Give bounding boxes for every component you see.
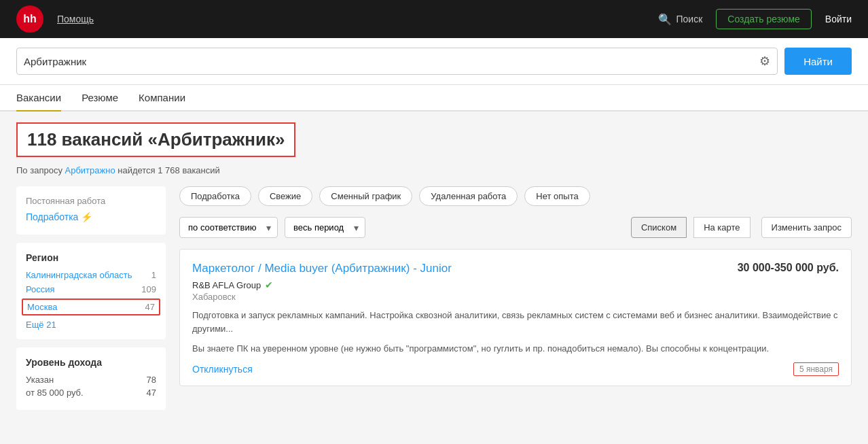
results-area: Подработка Свежие Сменный график Удаленн… — [179, 186, 852, 418]
job-location: Хабаровск — [192, 292, 839, 302]
suggestion-text: По запросу Арбитражно найдется 1 768 вак… — [16, 165, 852, 175]
region-item-kaliningrad[interactable]: Калининградская область 1 — [26, 270, 156, 280]
job-date: 5 января — [793, 362, 839, 376]
income-section: Уровень дохода Указан 78 от 85 000 руб. … — [16, 347, 166, 410]
change-query-button[interactable]: Изменить запрос — [761, 217, 852, 238]
view-map-button[interactable]: На карте — [693, 217, 750, 238]
period-select[interactable]: весь период за месяц за неделю за сутки — [285, 217, 365, 238]
filter-chips: Подработка Свежие Сменный график Удаленн… — [179, 186, 852, 206]
sidebar: Постоянная работа Подработка ⚡ Регион Ка… — [16, 186, 166, 418]
lightning-icon: ⚡ — [81, 211, 92, 222]
chip-fresh[interactable]: Свежие — [258, 186, 312, 206]
main-content: 118 вакансий «Арбитражник» По запросу Ар… — [0, 112, 868, 429]
region-item-russia[interactable]: Россия 109 — [26, 284, 156, 294]
view-list-button[interactable]: Списком — [631, 217, 687, 238]
work-type-section: Постоянная работа Подработка ⚡ — [16, 186, 166, 235]
header-search-button[interactable]: 🔍 Поиск — [658, 13, 702, 26]
sort-wrapper: по соответствию по дате по зарплате — [179, 217, 278, 238]
region-section: Регион Калининградская область 1 Россия … — [16, 243, 166, 339]
login-button[interactable]: Войти — [825, 14, 852, 24]
search-area: ⚙ Найти — [0, 38, 868, 85]
tabs-area: Вакансии Резюме Компании — [0, 85, 868, 112]
filter-icon[interactable]: ⚙ — [759, 54, 770, 69]
region-title: Регион — [26, 252, 156, 263]
content-layout: Постоянная работа Подработка ⚡ Регион Ка… — [16, 186, 852, 418]
tab-resumes[interactable]: Резюме — [82, 85, 118, 112]
create-resume-button[interactable]: Создать резюме — [716, 9, 812, 29]
region-more-link[interactable]: Ещё 21 — [26, 320, 156, 330]
chip-part-time[interactable]: Подработка — [179, 186, 251, 206]
income-row-indicated: Указан 78 — [26, 375, 156, 385]
hh-logo[interactable]: hh — [16, 5, 43, 33]
search-input[interactable] — [24, 56, 754, 67]
job-description-2: Вы знаете ПК на уверенном уровне (не нуж… — [192, 342, 839, 356]
tab-vacancies[interactable]: Вакансии — [16, 85, 61, 112]
work-type-title: Постоянная работа — [26, 196, 156, 206]
chip-no-exp[interactable]: Нет опыта — [524, 186, 590, 206]
income-title: Уровень дохода — [26, 357, 156, 368]
suggestion-link[interactable]: Арбитражно — [65, 165, 115, 175]
find-button[interactable]: Найти — [784, 48, 852, 75]
search-icon: 🔍 — [658, 13, 672, 26]
job-card: Маркетолог / Media buyer (Арбитражник) -… — [179, 249, 852, 386]
respond-button[interactable]: Откликнуться — [192, 364, 253, 375]
sort-view-bar: по соответствию по дате по зарплате весь… — [179, 217, 852, 238]
verified-icon: ✔ — [265, 279, 273, 290]
company-row: R&B AFLA Group ✔ — [192, 279, 839, 290]
job-title-link[interactable]: Маркетолог / Media buyer (Арбитражник) -… — [192, 262, 452, 275]
search-input-wrapper: ⚙ — [16, 48, 778, 75]
period-wrapper: весь период за месяц за неделю за сутки — [285, 217, 365, 238]
job-description-1: Подготовка и запуск рекламных кампаний. … — [192, 309, 839, 335]
tab-companies[interactable]: Компании — [139, 85, 185, 112]
header: hh Помощь 🔍 Поиск Создать резюме Войти — [0, 0, 868, 38]
job-header: Маркетолог / Media buyer (Арбитражник) -… — [192, 262, 839, 275]
job-footer: Откликнуться 5 января — [192, 362, 839, 376]
region-item-moscow[interactable]: Москва 47 — [22, 298, 160, 315]
help-link[interactable]: Помощь — [57, 14, 94, 24]
company-name: R&B AFLA Group — [192, 280, 261, 290]
chip-shift[interactable]: Сменный график — [319, 186, 412, 206]
sort-select[interactable]: по соответствию по дате по зарплате — [179, 217, 278, 238]
results-title: 118 вакансий «Арбитражник» — [16, 122, 295, 157]
chip-remote[interactable]: Удаленная работа — [419, 186, 518, 206]
income-row-85k: от 85 000 руб. 47 — [26, 388, 156, 398]
job-salary: 30 000-350 000 руб. — [738, 262, 839, 274]
part-time-link[interactable]: Подработка ⚡ — [26, 211, 156, 222]
